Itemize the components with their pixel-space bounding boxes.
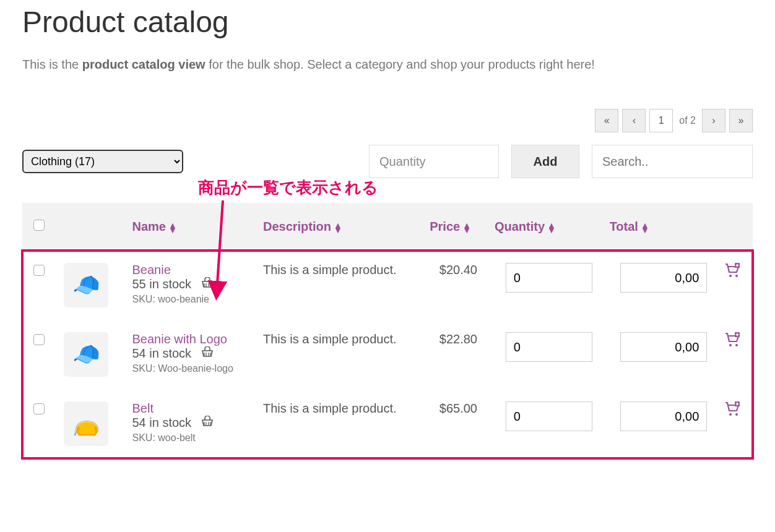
table-wrap: Name Description Price Quantity Total 🧢 … [22,203,753,458]
product-price: $20.40 [421,251,486,320]
row-quantity-input[interactable] [506,332,592,362]
svg-point-4 [729,275,732,277]
product-stock: 54 in stock [132,346,246,361]
page-first-button[interactable]: « [595,109,618,132]
header-total-label: Total [610,220,638,233]
product-price: $65.00 [421,389,486,458]
controls-row: Clothing (17) Add [22,145,753,178]
annotation-label: 商品が一覧で表示される [198,177,378,199]
header-select [22,203,55,251]
table-row: 🧢 Beanie 55 in stock SKU: woo-beanie Thi… [22,251,753,320]
table-row: 👝 Belt 54 in stock SKU: woo-belt This is… [22,389,753,458]
product-sku: SKU: Woo-beanie-logo [132,363,246,374]
row-checkbox[interactable] [33,334,45,345]
header-quantity[interactable]: Quantity [486,203,601,251]
product-price: $22.80 [421,320,486,389]
select-all-checkbox[interactable] [33,220,45,231]
page-prev-button[interactable]: ‹ [622,109,646,132]
quantity-input[interactable] [369,145,499,178]
product-sku: SKU: woo-beanie [132,294,246,305]
product-description: This is a simple product. [254,320,421,389]
product-name-link[interactable]: Beanie with Logo [132,332,246,346]
row-checkbox[interactable] [33,403,45,414]
product-description: This is a simple product. [254,389,421,458]
sort-icon [334,223,342,233]
page-next-button[interactable]: › [702,109,725,132]
header-total[interactable]: Total [601,203,716,251]
row-total-input[interactable] [620,332,707,362]
product-stock: 55 in stock [132,277,246,291]
header-description[interactable]: Description [254,203,421,251]
svg-point-11 [729,344,732,346]
basket-icon [197,277,214,291]
svg-point-12 [735,344,738,346]
product-thumbnail[interactable]: 🧢 [64,332,108,377]
product-name-link[interactable]: Belt [132,401,246,416]
svg-point-19 [735,413,738,416]
product-name-link[interactable]: Beanie [132,263,246,277]
product-sku: SKU: woo-belt [132,432,246,444]
product-table: Name Description Price Quantity Total 🧢 … [22,203,753,458]
page-title: Product catalog [22,5,753,39]
category-select[interactable]: Clothing (17) [22,150,183,173]
page-last-button[interactable]: » [729,109,753,132]
product-stock: 54 in stock [132,416,246,430]
add-to-cart-icon[interactable] [724,332,740,351]
page-current-button[interactable]: 1 [649,109,673,132]
header-price[interactable]: Price [421,203,486,251]
intro-bold: product catalog view [82,58,206,71]
sort-icon [462,223,471,233]
product-thumbnail[interactable]: 👝 [64,401,108,446]
sort-icon [168,223,177,233]
intro-text: This is the product catalog view for the… [22,58,753,72]
svg-point-5 [735,275,738,277]
svg-point-18 [729,413,732,416]
product-thumbnail[interactable]: 🧢 [64,263,108,307]
product-description: This is a simple product. [254,251,421,320]
add-to-cart-icon[interactable] [724,263,740,281]
header-description-label: Description [263,220,331,233]
row-checkbox[interactable] [33,265,45,276]
row-total-input[interactable] [620,263,707,293]
sort-icon [547,223,556,233]
header-name[interactable]: Name [124,203,254,251]
intro-prefix: This is the [22,58,82,71]
row-quantity-input[interactable] [506,263,592,293]
header-price-label: Price [430,220,460,233]
row-quantity-input[interactable] [506,401,592,431]
header-quantity-label: Quantity [495,220,545,233]
header-name-label: Name [132,220,166,233]
basket-icon [197,416,214,429]
intro-suffix: for the bulk shop. Select a category and… [206,58,595,71]
table-row: 🧢 Beanie with Logo 54 in stock SKU: Woo-… [22,320,753,389]
header-cart [716,203,753,251]
add-to-cart-icon[interactable] [724,401,740,420]
search-input[interactable] [592,145,753,178]
pagination: « ‹ 1 of 2 › » [22,109,753,132]
sort-icon [641,223,649,233]
row-total-input[interactable] [620,401,707,431]
add-button[interactable]: Add [511,145,579,178]
page-of-label: of 2 [677,115,698,126]
header-thumb [55,203,124,251]
basket-icon [197,346,214,360]
